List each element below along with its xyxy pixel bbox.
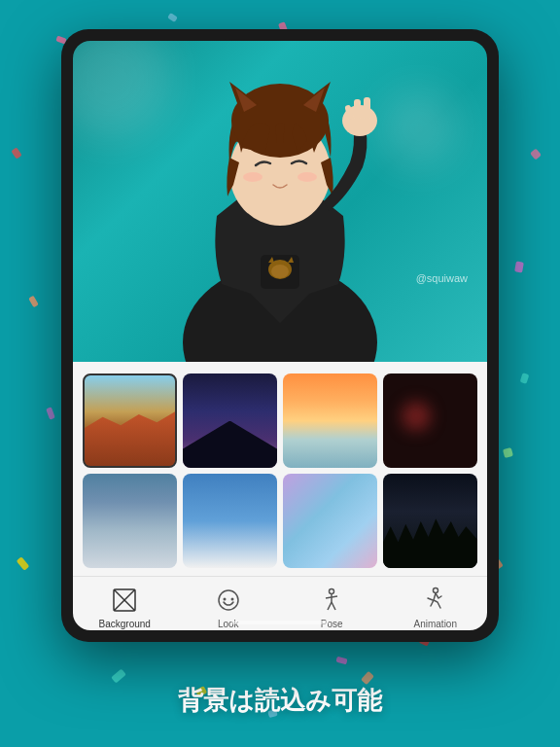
confetti-piece <box>530 148 542 160</box>
confetti-piece <box>519 373 529 384</box>
svg-point-28 <box>433 588 438 593</box>
bg-thumb-4[interactable] <box>383 374 477 468</box>
confetti-piece <box>503 447 513 458</box>
bg-thumb-1[interactable] <box>83 374 177 468</box>
confetti-piece <box>167 13 178 22</box>
svg-point-20 <box>219 590 238 610</box>
background-panel <box>73 362 487 576</box>
look-icon <box>213 585 244 616</box>
svg-line-27 <box>332 602 335 610</box>
svg-rect-14 <box>354 99 361 119</box>
background-icon <box>109 585 140 616</box>
bg-thumb-6[interactable] <box>183 474 277 568</box>
svg-point-12 <box>298 172 317 182</box>
svg-point-22 <box>230 598 233 601</box>
confetti-piece <box>111 669 126 684</box>
bg-thumb-2[interactable] <box>183 374 277 468</box>
confetti-piece <box>11 147 21 159</box>
confetti-piece <box>17 556 30 570</box>
tablet-frame: @squiwaw <box>61 29 499 642</box>
toolbar-item-animation[interactable]: Animation <box>406 585 465 629</box>
credit-text: @squiwaw <box>416 272 468 284</box>
svg-line-26 <box>328 602 332 610</box>
animation-label: Animation <box>414 619 457 629</box>
bg-thumb-7[interactable] <box>283 474 377 568</box>
character-svg <box>144 41 416 362</box>
confetti-piece <box>46 408 55 420</box>
svg-point-11 <box>243 172 262 182</box>
svg-rect-15 <box>364 97 370 119</box>
animation-icon <box>420 585 451 616</box>
pose-icon <box>316 585 347 616</box>
svg-point-3 <box>271 265 289 278</box>
bg-thumb-8[interactable] <box>383 474 477 568</box>
bg-thumb-3[interactable] <box>283 374 377 468</box>
confetti-piece <box>514 261 524 272</box>
confetti-piece <box>28 296 39 308</box>
confetti-piece <box>335 657 347 665</box>
avatar-display: @squiwaw <box>73 41 487 362</box>
bg-thumb-5[interactable] <box>83 474 177 568</box>
svg-point-23 <box>330 589 334 594</box>
tablet-screen: @squiwaw <box>73 41 487 630</box>
background-grid <box>83 374 477 576</box>
home-bar <box>231 621 329 624</box>
svg-point-21 <box>223 598 226 601</box>
svg-line-29 <box>428 598 433 600</box>
toolbar-item-background[interactable]: Background <box>95 585 154 629</box>
background-label: Background <box>99 619 151 629</box>
bottom-caption: 背景は読込み可能 <box>178 684 382 718</box>
svg-line-25 <box>326 596 337 598</box>
